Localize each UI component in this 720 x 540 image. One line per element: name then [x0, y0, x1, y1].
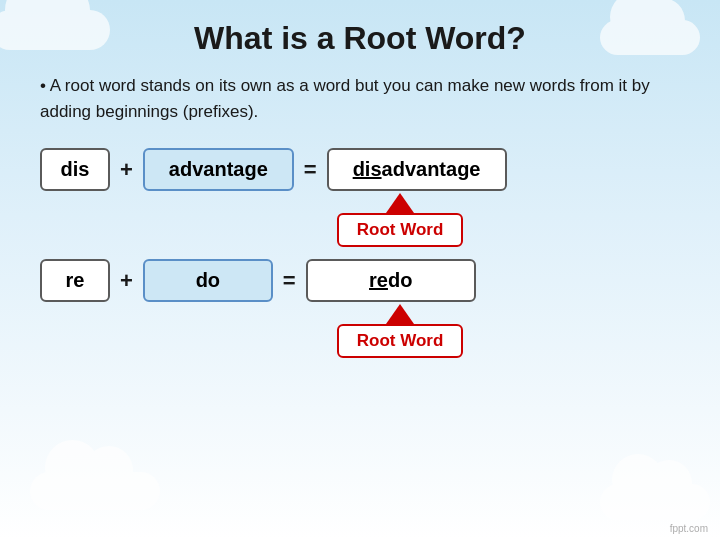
result-prefix-dis: dis [353, 158, 382, 180]
watermark: fppt.com [670, 523, 708, 534]
root-do-box: do [143, 259, 273, 302]
result-rest-advantage: advantage [382, 158, 481, 180]
bullet-paragraph: • A root word stands on its own as a wor… [40, 73, 680, 124]
equals-1: = [304, 157, 317, 183]
equals-2: = [283, 268, 296, 294]
equation-1-block: dis + advantage = disadvantage Root Word [40, 148, 680, 247]
result-prefix-re: re [369, 269, 388, 291]
equation-1-row: dis + advantage = disadvantage [40, 148, 680, 191]
page-title: What is a Root Word? [40, 20, 680, 57]
cloud-4 [600, 484, 710, 520]
equation-2-row: re + do = redo [40, 259, 680, 302]
result-rest-do: do [388, 269, 412, 291]
arrow-up-1 [386, 193, 414, 213]
prefix-re-box: re [40, 259, 110, 302]
result-redo-box: redo [306, 259, 476, 302]
root-advantage-box: advantage [143, 148, 294, 191]
prefix-dis-box: dis [40, 148, 110, 191]
result-disadvantage-box: disadvantage [327, 148, 507, 191]
operator-plus-2: + [120, 268, 133, 294]
operator-plus-1: + [120, 157, 133, 183]
root-word-label-1: Root Word [337, 213, 464, 247]
equation-2-block: re + do = redo Root Word [40, 259, 680, 358]
cloud-3 [30, 472, 160, 510]
root-word-label-2: Root Word [337, 324, 464, 358]
bullet-text: A root word stands on its own as a word … [40, 76, 650, 121]
root-word-label-1-container: Root Word [120, 193, 680, 247]
main-content: What is a Root Word? • A root word stand… [0, 0, 720, 380]
root-word-label-2-container: Root Word [120, 304, 680, 358]
arrow-up-2 [386, 304, 414, 324]
